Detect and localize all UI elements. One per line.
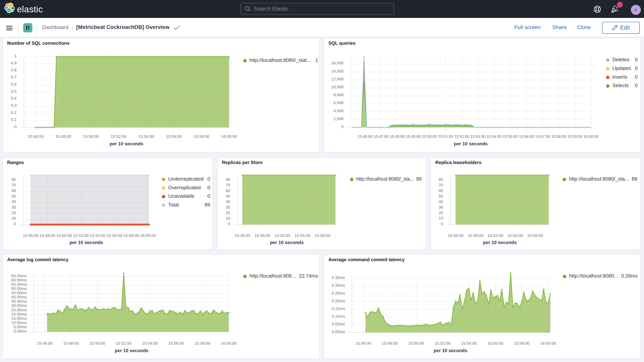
svg-text:10: 10 xyxy=(226,216,230,220)
svg-text:Unavailable: Unavailable xyxy=(168,193,194,199)
svg-text:15:54:00: 15:54:00 xyxy=(142,341,158,346)
svg-text:15:58:00: 15:58:00 xyxy=(194,341,210,346)
svg-text:40: 40 xyxy=(226,199,230,204)
svg-text:http://localhost:808...: http://localhost:808... xyxy=(250,273,296,279)
svg-text:0.30ms: 0.30ms xyxy=(332,283,345,288)
svg-text:16:00:00: 16:00:00 xyxy=(221,134,237,138)
svg-text:0.4: 0.4 xyxy=(11,96,17,100)
svg-text:25.00ms: 25.00ms xyxy=(11,308,27,312)
svg-text:10: 10 xyxy=(12,216,16,220)
svg-text:15:56:00: 15:56:00 xyxy=(519,134,534,138)
svg-text:15:56:00: 15:56:00 xyxy=(168,341,184,346)
svg-text:89: 89 xyxy=(204,202,210,208)
svg-text:22.74ms: 22.74ms xyxy=(299,273,318,279)
svg-text:50: 50 xyxy=(226,194,230,198)
svg-text:Overreplicated: Overreplicated xyxy=(168,185,201,190)
svg-text:15:52:00: 15:52:00 xyxy=(434,341,450,346)
svg-text:per 10 seconds: per 10 seconds xyxy=(483,240,517,245)
svg-text:55.00ms: 55.00ms xyxy=(11,282,27,286)
svg-text:15:48:00: 15:48:00 xyxy=(382,341,398,346)
svg-text:70: 70 xyxy=(439,183,443,187)
svg-text:15:54:00: 15:54:00 xyxy=(461,341,477,346)
svg-text:0: 0 xyxy=(208,193,210,199)
svg-text:15:58:00: 15:58:00 xyxy=(514,341,530,346)
svg-text:15:50:00: 15:50:00 xyxy=(422,134,437,138)
svg-text:0.00ms: 0.00ms xyxy=(332,330,345,334)
svg-text:15:52:00: 15:52:00 xyxy=(116,341,132,346)
svg-text:0: 0 xyxy=(208,176,210,182)
svg-text:30.00ms: 30.00ms xyxy=(11,303,27,308)
svg-text:15:55:00: 15:55:00 xyxy=(294,233,310,238)
svg-text:35.00ms: 35.00ms xyxy=(11,299,27,304)
svg-text:10.00ms: 10.00ms xyxy=(11,320,27,325)
svg-text:0: 0 xyxy=(14,222,16,226)
svg-text:per 10 seconds: per 10 seconds xyxy=(434,348,468,353)
svg-text:15:52:00: 15:52:00 xyxy=(73,233,89,238)
svg-text:60: 60 xyxy=(226,188,230,193)
svg-text:0: 0 xyxy=(14,124,16,129)
svg-text:16:00:00: 16:00:00 xyxy=(140,233,156,238)
svg-text:0.26ms: 0.26ms xyxy=(621,273,638,279)
svg-text:15:46:00: 15:46:00 xyxy=(234,233,250,238)
svg-text:15:58:00: 15:58:00 xyxy=(123,233,139,238)
svg-text:1: 1 xyxy=(316,57,318,63)
svg-text:45.00ms: 45.00ms xyxy=(11,290,27,295)
svg-text:15:48:00: 15:48:00 xyxy=(390,134,405,138)
svg-text:15:55:00: 15:55:00 xyxy=(503,134,518,138)
svg-text:15:50:00: 15:50:00 xyxy=(83,134,99,138)
svg-text:0: 0 xyxy=(341,124,344,129)
svg-text:8,000: 8,000 xyxy=(334,92,344,97)
svg-text:0: 0 xyxy=(635,65,638,71)
svg-text:6,000: 6,000 xyxy=(334,100,344,105)
svg-text:0.6: 0.6 xyxy=(11,82,16,86)
svg-text:0: 0 xyxy=(635,82,638,88)
svg-text:15:59:00: 15:59:00 xyxy=(567,134,582,138)
svg-text:15:56:00: 15:56:00 xyxy=(166,134,182,138)
svg-text:http://localhost:8080/_sta...: http://localhost:8080/_sta... xyxy=(569,176,629,182)
svg-text:15:48:00: 15:48:00 xyxy=(40,233,55,238)
svg-text:0: 0 xyxy=(228,222,230,226)
svg-text:40.00ms: 40.00ms xyxy=(11,295,27,299)
svg-text:Inserts: Inserts xyxy=(612,74,628,80)
svg-text:15:49:00: 15:49:00 xyxy=(406,134,421,138)
svg-text:15:46:00: 15:46:00 xyxy=(355,341,371,346)
svg-text:15:54:00: 15:54:00 xyxy=(90,233,106,238)
svg-text:15:50:00: 15:50:00 xyxy=(90,341,105,346)
svg-text:15:58:00: 15:58:00 xyxy=(314,233,330,238)
svg-text:0.35ms: 0.35ms xyxy=(332,275,345,280)
svg-text:0.5: 0.5 xyxy=(11,89,16,94)
svg-text:30: 30 xyxy=(12,205,16,209)
svg-text:0.00ms: 0.00ms xyxy=(14,329,27,333)
svg-text:15:52:00: 15:52:00 xyxy=(274,233,290,238)
svg-text:4,000: 4,000 xyxy=(334,108,344,113)
svg-text:30: 30 xyxy=(439,205,443,209)
svg-text:Selects: Selects xyxy=(612,82,629,88)
svg-text:15:55:00: 15:55:00 xyxy=(507,233,523,238)
svg-text:20: 20 xyxy=(439,210,443,215)
svg-text:0: 0 xyxy=(441,222,443,226)
svg-text:0.25ms: 0.25ms xyxy=(332,291,345,295)
svg-text:20: 20 xyxy=(226,210,230,215)
svg-text:15:58:00: 15:58:00 xyxy=(551,134,566,138)
svg-text:60: 60 xyxy=(439,188,443,193)
svg-text:15:51:00: 15:51:00 xyxy=(438,134,453,138)
svg-text:80: 80 xyxy=(439,177,443,182)
svg-text:http://localhost:8080/_sta...: http://localhost:8080/_sta... xyxy=(356,176,414,182)
svg-text:15:52:00: 15:52:00 xyxy=(488,233,503,238)
svg-text:Underreplicated: Underreplicated xyxy=(168,176,204,182)
svg-text:15:46:00: 15:46:00 xyxy=(23,233,38,238)
svg-text:15:54:00: 15:54:00 xyxy=(138,134,154,138)
svg-text:50: 50 xyxy=(439,194,443,198)
svg-text:10,000: 10,000 xyxy=(331,84,344,89)
svg-text:60.00ms: 60.00ms xyxy=(11,278,27,282)
svg-text:16:00:00: 16:00:00 xyxy=(540,341,556,346)
svg-text:15:47:00: 15:47:00 xyxy=(374,134,388,138)
svg-text:15:49:00: 15:49:00 xyxy=(468,233,484,238)
svg-text:per 10 seconds: per 10 seconds xyxy=(110,141,144,146)
svg-text:0: 0 xyxy=(635,74,638,80)
svg-text:2,000: 2,000 xyxy=(334,116,344,121)
svg-text:10: 10 xyxy=(439,216,443,220)
svg-text:0.7: 0.7 xyxy=(11,75,16,79)
svg-text:0.10ms: 0.10ms xyxy=(332,314,345,318)
svg-text:16,000: 16,000 xyxy=(331,61,344,65)
